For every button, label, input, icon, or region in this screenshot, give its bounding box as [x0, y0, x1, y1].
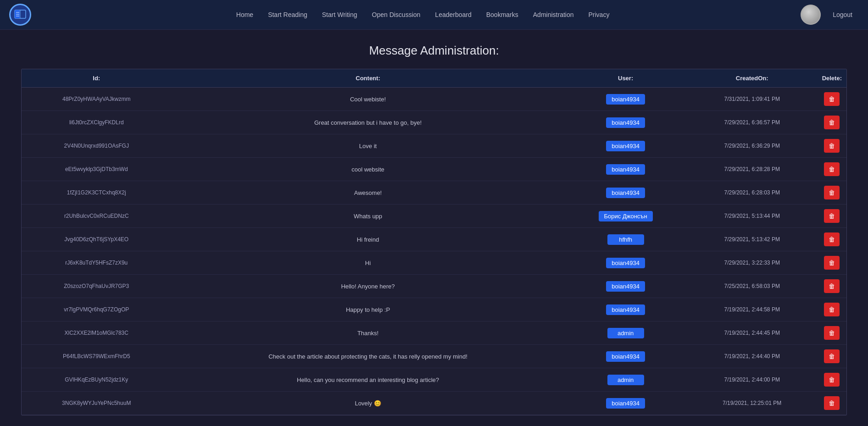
nav-link-start-writing[interactable]: Start Writing	[316, 8, 364, 21]
delete-button[interactable]: 🗑	[824, 209, 840, 223]
table-row: r2UhBulcvC0xRCuEDNzCWhats uppБорис Джонс…	[22, 205, 846, 228]
cell-content: Cool webiste!	[171, 88, 564, 111]
cell-delete: 🗑	[818, 392, 846, 415]
site-logo[interactable]	[9, 4, 31, 26]
user-badge[interactable]: admin	[607, 328, 644, 338]
cell-content: Hi freind	[171, 228, 564, 251]
nav-link-open-discussion[interactable]: Open Discussion	[366, 8, 427, 21]
cell-id: r2UhBulcvC0xRCuEDNzC	[22, 205, 171, 228]
delete-button[interactable]: 🗑	[824, 116, 840, 129]
cell-content: Whats upp	[171, 205, 564, 228]
delete-button[interactable]: 🗑	[824, 92, 840, 106]
header-row: Id:Content:User:CreatedOn:Delete:	[22, 69, 846, 88]
delete-button[interactable]: 🗑	[824, 279, 840, 293]
user-badge[interactable]: boian4934	[606, 164, 645, 175]
nav-links: HomeStart ReadingStart WritingOpen Discu…	[45, 8, 801, 21]
delete-button[interactable]: 🗑	[824, 396, 840, 410]
delete-button[interactable]: 🗑	[824, 326, 840, 340]
cell-content: Thanks!	[171, 321, 564, 345]
main-content: Message Administration: Id:Content:User:…	[0, 30, 868, 426]
nav-link-start-reading[interactable]: Start Reading	[262, 8, 314, 21]
table-row: 48PrZ0yHWAAyVAJkwzmmCool webiste!boian49…	[22, 88, 846, 111]
cell-user: boian4934	[565, 345, 687, 368]
user-badge[interactable]: boian4934	[606, 304, 645, 315]
cell-delete: 🗑	[818, 158, 846, 181]
table-row: vr7lgPVMQr6hqG7ZOgOPHappy to help :Pboia…	[22, 298, 846, 321]
table-row: eEt5wvyklp3GjDTb3mWdcool websiteboian493…	[22, 158, 846, 181]
delete-button[interactable]: 🗑	[824, 256, 840, 270]
cell-user: boian4934	[565, 134, 687, 158]
user-badge[interactable]: boian4934	[606, 258, 645, 268]
cell-id: vr7lgPVMQr6hqG7ZOgOP	[22, 298, 171, 321]
cell-id: rJ6xK8uTdY5HFsZ7zX9u	[22, 251, 171, 275]
avatar	[801, 5, 821, 25]
cell-date: 7/19/2021, 12:25:01 PM	[687, 392, 818, 415]
user-badge[interactable]: admin	[607, 375, 644, 385]
user-badge[interactable]: boian4934	[606, 398, 645, 409]
user-badge[interactable]: hfhfh	[607, 234, 644, 245]
th-delete: Delete:	[818, 69, 846, 88]
nav-link-leaderboard[interactable]: Leaderboard	[428, 8, 478, 21]
delete-button[interactable]: 🗑	[824, 162, 840, 176]
cell-delete: 🗑	[818, 88, 846, 111]
cell-delete: 🗑	[818, 345, 846, 368]
cell-user: boian4934	[565, 275, 687, 298]
cell-id: Z0szozO7qFhaUvJR7GP3	[22, 275, 171, 298]
messages-table-wrapper: Id:Content:User:CreatedOn:Delete: 48PrZ0…	[21, 69, 847, 415]
cell-date: 7/25/2021, 6:58:03 PM	[687, 275, 818, 298]
th-id: Id:	[22, 69, 171, 88]
table-row: rJ6xK8uTdY5HFsZ7zX9uHiboian49347/29/2021…	[22, 251, 846, 275]
nav-link-bookmarks[interactable]: Bookmarks	[480, 8, 525, 21]
table-row: GVlHKqEzBUyN52jdz1KyHello, can you recom…	[22, 368, 846, 392]
th-user: User:	[565, 69, 687, 88]
user-badge[interactable]: boian4934	[606, 141, 645, 151]
cell-user: hfhfh	[565, 228, 687, 251]
cell-user: boian4934	[565, 181, 687, 205]
cell-id: P64fLBcWS79WExmFhrD5	[22, 345, 171, 368]
table-body: 48PrZ0yHWAAyVAJkwzmmCool webiste!boian49…	[22, 88, 846, 415]
cell-delete: 🗑	[818, 181, 846, 205]
nav-link-home[interactable]: Home	[230, 8, 260, 21]
cell-delete: 🗑	[818, 275, 846, 298]
user-badge[interactable]: boian4934	[606, 117, 645, 128]
cell-user: boian4934	[565, 392, 687, 415]
cell-date: 7/29/2021, 6:28:03 PM	[687, 181, 818, 205]
cell-id: eEt5wvyklp3GjDTb3mWd	[22, 158, 171, 181]
cell-content: cool website	[171, 158, 564, 181]
delete-button[interactable]: 🗑	[824, 373, 840, 387]
cell-content: Hello! Anyone here?	[171, 275, 564, 298]
cell-date: 7/29/2021, 6:36:29 PM	[687, 134, 818, 158]
cell-content: Great conversation but i have to go, bye…	[171, 111, 564, 134]
cell-delete: 🗑	[818, 228, 846, 251]
delete-button[interactable]: 🗑	[824, 139, 840, 153]
table-row: 2V4N0Unqrxd991OAsFGJLove itboian49347/29…	[22, 134, 846, 158]
user-badge[interactable]: Борис Джонсън	[599, 211, 653, 221]
user-badge[interactable]: boian4934	[606, 94, 645, 105]
cell-date: 7/29/2021, 6:28:28 PM	[687, 158, 818, 181]
cell-content: Hi	[171, 251, 564, 275]
user-badge[interactable]: boian4934	[606, 351, 645, 362]
logout-link[interactable]: Logout	[826, 8, 859, 21]
cell-user: boian4934	[565, 111, 687, 134]
cell-delete: 🗑	[818, 134, 846, 158]
cell-date: 7/19/2021, 2:44:58 PM	[687, 298, 818, 321]
user-badge[interactable]: boian4934	[606, 188, 645, 198]
cell-date: 7/29/2021, 3:22:33 PM	[687, 251, 818, 275]
nav-link-administration[interactable]: Administration	[527, 8, 580, 21]
table-row: li6Jt0rcZXClgyFKDLrdGreat conversation b…	[22, 111, 846, 134]
user-badge[interactable]: boian4934	[606, 281, 645, 292]
cell-id: GVlHKqEzBUyN52jdz1Ky	[22, 368, 171, 392]
messages-table: Id:Content:User:CreatedOn:Delete: 48PrZ0…	[22, 69, 846, 415]
delete-button[interactable]: 🗑	[824, 186, 840, 199]
delete-button[interactable]: 🗑	[824, 303, 840, 316]
nav-link-privacy[interactable]: Privacy	[582, 8, 616, 21]
cell-date: 7/29/2021, 6:36:57 PM	[687, 111, 818, 134]
cell-date: 7/29/2021, 5:13:44 PM	[687, 205, 818, 228]
cell-content: Love it	[171, 134, 564, 158]
table-row: Z0szozO7qFhaUvJR7GP3Hello! Anyone here?b…	[22, 275, 846, 298]
cell-delete: 🗑	[818, 368, 846, 392]
table-row: 1fZjI1G2K3CTCxhq8X2jAwesome!boian49347/2…	[22, 181, 846, 205]
delete-button[interactable]: 🗑	[824, 232, 840, 246]
cell-date: 7/29/2021, 5:13:42 PM	[687, 228, 818, 251]
delete-button[interactable]: 🗑	[824, 349, 840, 363]
